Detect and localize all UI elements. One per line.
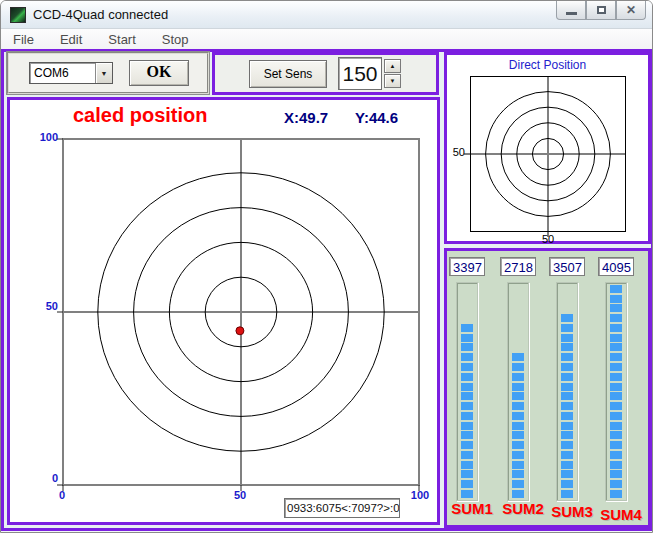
sensitivity-panel: Set Sens 150 ▲ ▼	[212, 52, 439, 95]
bar-segment	[512, 470, 524, 478]
bar-segment	[512, 392, 524, 400]
sens-spinner: ▲ ▼	[384, 59, 401, 88]
bar-segment	[561, 363, 573, 371]
bar-segment	[561, 470, 573, 478]
menu-bar: File Edit Start Stop	[1, 29, 653, 49]
bar-segment	[512, 402, 524, 410]
ok-button[interactable]: OK	[129, 60, 189, 86]
bar-segment	[461, 343, 473, 351]
sum3-bar	[556, 282, 578, 501]
bar-segment	[610, 402, 622, 410]
bar-segment	[610, 490, 622, 498]
bar-segment	[561, 373, 573, 381]
bar-segment	[610, 480, 622, 488]
bar-segment	[512, 353, 524, 361]
chevron-down-icon[interactable]: ▼	[95, 63, 112, 83]
direct-position-plot	[470, 76, 626, 232]
app-window: CCD-4Quad connected ✕ File Edit Start St…	[0, 0, 653, 533]
window-title: CCD-4Quad connected	[33, 7, 168, 22]
restore-icon	[597, 6, 606, 14]
caled-y-tick-0: 0	[24, 472, 58, 484]
app-icon	[10, 7, 26, 23]
caled-chart-title: caled position	[73, 104, 207, 127]
bar-segment	[512, 363, 524, 371]
title-bar[interactable]: CCD-4Quad connected ✕	[1, 1, 653, 29]
bar-segment	[461, 392, 473, 400]
bar-segment	[610, 353, 622, 361]
sum3-value-field: 3507	[549, 257, 585, 276]
spinner-up-button[interactable]: ▲	[384, 59, 401, 73]
menu-start[interactable]: Start	[108, 32, 135, 47]
com-port-select[interactable]: COM6 ▼	[29, 62, 113, 84]
window-controls: ✕	[556, 1, 646, 20]
bar-segment	[461, 490, 473, 498]
bar-segment	[461, 334, 473, 342]
bar-segment	[610, 422, 622, 430]
set-sens-button[interactable]: Set Sens	[249, 60, 327, 88]
bar-segment	[512, 480, 524, 488]
bar-segment	[561, 441, 573, 449]
bar-segment	[610, 304, 622, 312]
spinner-down-button[interactable]: ▼	[384, 74, 401, 88]
bar-segment	[461, 353, 473, 361]
sum4-bar	[605, 282, 627, 501]
bar-segment	[512, 451, 524, 459]
caled-y-tick-100: 100	[24, 131, 58, 143]
bar-segment	[610, 470, 622, 478]
bar-segment	[610, 363, 622, 371]
bar-segment	[461, 422, 473, 430]
menu-file[interactable]: File	[13, 32, 34, 47]
bar-segment	[461, 451, 473, 459]
sum1-gauge: 3397 SUM1	[447, 257, 497, 521]
bar-segment	[561, 383, 573, 391]
restore-button[interactable]	[586, 1, 616, 20]
close-icon: ✕	[626, 4, 636, 16]
bar-segment	[561, 343, 573, 351]
bar-segment	[561, 334, 573, 342]
bar-segment	[610, 451, 622, 459]
bar-segment	[561, 353, 573, 361]
bar-segment	[610, 412, 622, 420]
direct-position-panel: Direct Position 50 50	[444, 52, 651, 244]
bar-segment	[610, 392, 622, 400]
bar-segment	[561, 431, 573, 439]
sum3-gauge: 3507 SUM3	[547, 257, 597, 521]
bar-segment	[512, 441, 524, 449]
bar-segment	[610, 383, 622, 391]
menu-stop[interactable]: Stop	[162, 32, 189, 47]
sum2-gauge: 2718 SUM2	[498, 257, 548, 521]
bar-segment	[461, 470, 473, 478]
bar-segment	[610, 441, 622, 449]
bar-segment	[561, 412, 573, 420]
caled-position-plot	[62, 138, 420, 486]
client-area: COM6 ▼ OK Set Sens 150 ▲ ▼ caled positio…	[1, 49, 653, 531]
bar-segment	[610, 343, 622, 351]
bar-segment	[461, 441, 473, 449]
bar-segment	[561, 324, 573, 332]
caled-position-panel: caled position X:49.7 Y:44.6 100 50 0 0 …	[7, 97, 440, 525]
direct-x-tick-50: 50	[536, 233, 560, 245]
y-position-readout: Y:44.6	[355, 109, 398, 126]
menu-edit[interactable]: Edit	[60, 32, 82, 47]
sum2-bar	[507, 282, 529, 501]
com-port-value: COM6	[30, 63, 95, 83]
sum1-bar	[456, 282, 478, 501]
sum1-value-field: 3397	[449, 257, 485, 276]
caled-y-tick-50: 50	[24, 300, 58, 312]
bar-segment	[561, 490, 573, 498]
bar-segment	[610, 461, 622, 469]
raw-data-field[interactable]: 0933:6075<:7097?>:0	[284, 498, 400, 518]
bar-segment	[461, 324, 473, 332]
close-button[interactable]: ✕	[616, 1, 646, 20]
caled-x-tick-50: 50	[228, 489, 252, 501]
minimize-icon	[566, 12, 577, 15]
bar-segment	[561, 422, 573, 430]
bar-segment	[461, 461, 473, 469]
minimize-button[interactable]	[556, 1, 586, 20]
bar-segment	[512, 383, 524, 391]
bar-segment	[561, 451, 573, 459]
sum4-label: SUM4	[590, 506, 652, 523]
bar-segment	[610, 334, 622, 342]
bar-segment	[610, 314, 622, 322]
sens-value-field[interactable]: 150	[338, 57, 382, 90]
